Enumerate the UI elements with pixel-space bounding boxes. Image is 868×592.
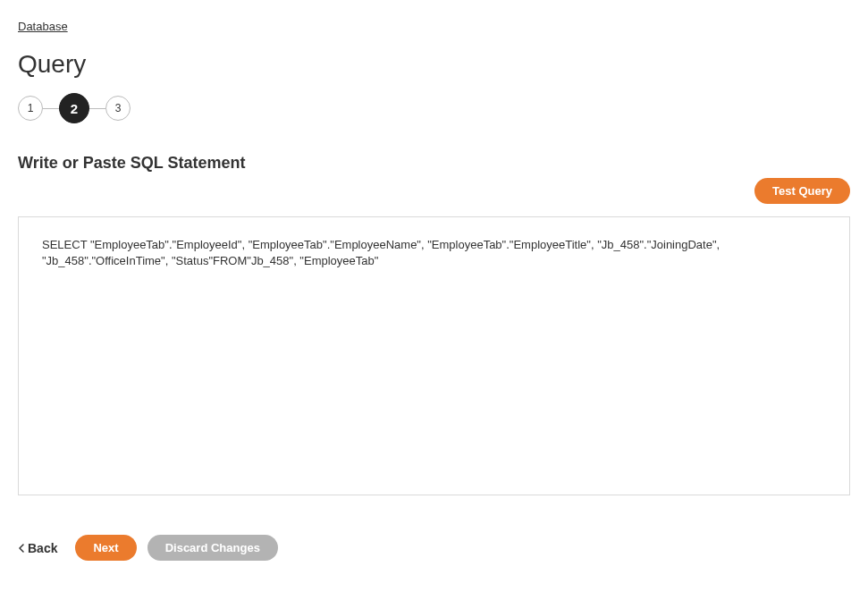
- section-heading-sql: Write or Paste SQL Statement: [18, 154, 850, 173]
- step-3[interactable]: 3: [105, 96, 131, 121]
- step-1[interactable]: 1: [18, 96, 43, 121]
- sql-statement-input[interactable]: [18, 216, 850, 495]
- test-query-button[interactable]: Test Query: [754, 178, 850, 204]
- discard-changes-button[interactable]: Discard Changes: [147, 535, 278, 561]
- step-connector: [43, 108, 59, 109]
- step-connector: [89, 108, 105, 109]
- chevron-left-icon: [18, 544, 24, 553]
- next-button[interactable]: Next: [75, 535, 136, 561]
- step-2[interactable]: 2: [59, 93, 89, 123]
- breadcrumb-database[interactable]: Database: [18, 20, 68, 33]
- page-title: Query: [18, 50, 850, 79]
- back-button[interactable]: Back: [18, 541, 64, 555]
- wizard-stepper: 1 2 3: [18, 93, 850, 123]
- back-label: Back: [28, 541, 57, 555]
